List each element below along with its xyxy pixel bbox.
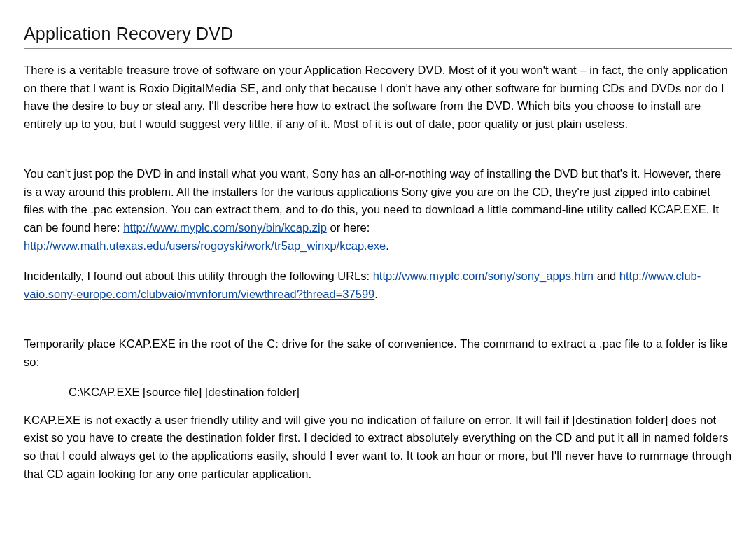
paragraph-references: Incidentally, I found out about this uti… bbox=[24, 267, 732, 303]
command-line-example: C:\KCAP.EXE [source file] [destination f… bbox=[24, 384, 732, 402]
paragraph-intro: There is a veritable treasure trove of s… bbox=[24, 62, 732, 133]
paragraph-usage-notes: KCAP.EXE is not exactly a user friendly … bbox=[24, 412, 732, 483]
text-run: . bbox=[386, 239, 389, 252]
link-kcap-zip[interactable]: http://www.myplc.com/sony/bin/kcap.zip bbox=[123, 221, 327, 234]
paragraph-download: You can't just pop the DVD in and instal… bbox=[24, 165, 732, 255]
link-sony-apps[interactable]: http://www.myplc.com/sony/sony_apps.htm bbox=[373, 269, 594, 282]
text-run: Incidentally, I found out about this uti… bbox=[24, 269, 373, 282]
section-gap bbox=[24, 146, 732, 165]
text-run: or here: bbox=[327, 221, 370, 234]
text-run: and bbox=[594, 269, 620, 282]
title-rule bbox=[24, 48, 732, 49]
text-run: . bbox=[374, 288, 378, 300]
link-kcap-exe[interactable]: http://www.math.utexas.edu/users/rogoysk… bbox=[24, 239, 386, 252]
paragraph-command-intro: Temporarily place KCAP.EXE in the root o… bbox=[24, 335, 732, 371]
section-gap bbox=[24, 316, 732, 335]
page-title: Application Recovery DVD bbox=[24, 24, 732, 44]
document-page: Application Recovery DVD There is a veri… bbox=[0, 0, 756, 524]
